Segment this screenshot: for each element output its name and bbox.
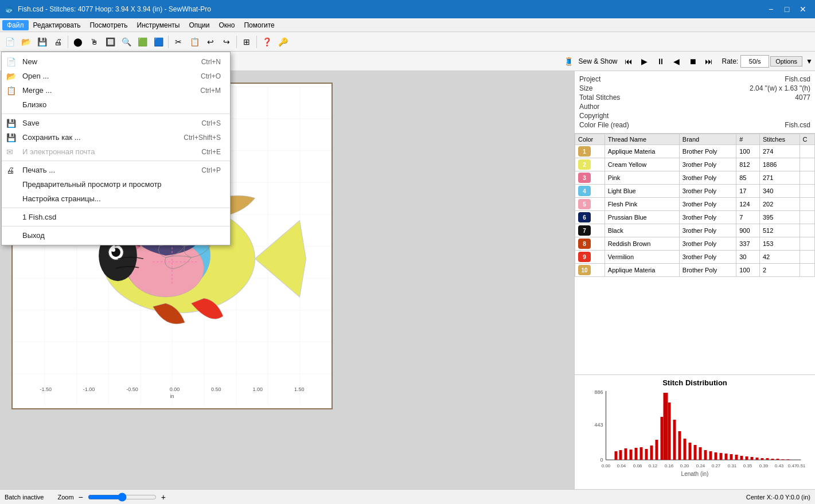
x-tick-1: -1.50 [40,386,52,392]
dd-sep-4 [2,226,230,226]
cell-color: 3 [575,171,605,185]
col-color: Color [575,134,605,145]
cell-stitches: 512 [759,224,800,237]
zoom-in-btn[interactable]: + [161,493,166,502]
minimize-button[interactable]: − [763,3,778,15]
tb-color1[interactable]: 🟩 [135,34,150,49]
tb-icon4[interactable]: ↪ [219,34,234,49]
colorfile-label: Color File (read) [579,121,629,129]
svg-text:0.04: 0.04 [617,463,626,468]
cell-color: 2 [575,158,605,171]
table-row[interactable]: 7Black3rother Poly900512 [575,224,815,237]
menu-edit[interactable]: Редактировать [29,20,85,30]
cell-color: 8 [575,237,605,251]
close-button[interactable]: ✕ [795,3,810,15]
status-bar: Batch inactive Zoom − + Center X:-0.0 Y:… [0,489,815,504]
menu-recent-1[interactable]: 1 Fish.csd [2,210,230,224]
tb-save[interactable]: 💾 [34,34,49,49]
maximize-button[interactable]: □ [779,3,794,15]
thread-table-wrapper[interactable]: Color Thread Name Brand # Stitches C 1Ap… [575,134,815,374]
cell-name: Reddish Brown [605,237,679,251]
tb-open[interactable]: 📂 [18,34,33,49]
play-btn[interactable]: ▶ [637,54,652,69]
play-end[interactable]: ⏭ [701,54,716,69]
cell-brand: 3rother Poly [679,171,736,185]
menu-page-setup[interactable]: Настройка страницы... [2,192,230,206]
svg-rect-26 [656,440,658,460]
stop-btn[interactable]: ⏹ [685,54,700,69]
table-row[interactable]: 9Vermilion3rother Poly3042 [575,251,815,264]
tb-zoom-fit[interactable]: 🔲 [103,34,118,49]
play-start[interactable]: ⏮ [621,54,636,69]
cell-color: 5 [575,198,605,211]
menu-print[interactable]: 🖨 Печать ... Ctrl+P [2,163,230,177]
zoom-label: Zoom [57,494,73,501]
rate-input[interactable] [740,55,769,68]
tb-print[interactable]: 🖨 [50,34,65,49]
rewind-btn[interactable]: ◀ [669,54,684,69]
cell-stitches: 271 [759,171,800,185]
pause-btn[interactable]: ⏸ [653,54,668,69]
tb-help[interactable]: ❓ [259,34,274,49]
tb-icon1[interactable]: ✂ [171,34,186,49]
zoom-slider[interactable] [88,493,157,502]
cell-brand: 3rother Poly [679,224,736,237]
svg-rect-44 [751,457,754,460]
menu-open[interactable]: 📂 Open ... Ctrl+O [2,69,230,83]
table-row[interactable]: 8Reddish Brown3rother Poly337153 [575,237,815,251]
menu-blizko[interactable]: Близко [2,97,230,112]
tb-icon3[interactable]: ↩ [203,34,218,49]
svg-rect-48 [771,459,774,460]
toolbar-separator-2 [168,36,169,48]
cell-brand: 3rother Poly [679,185,736,198]
menu-merge[interactable]: 📋 Merge ... Ctrl+M [2,83,230,97]
cell-c [800,171,814,185]
tb-icon2[interactable]: 📋 [187,34,202,49]
cell-code: 100 [736,264,760,277]
cell-brand: 3rother Poly [679,211,736,224]
coordinates-display: Center X:-0.0 Y:0.0 (in) [746,494,810,501]
menu-window[interactable]: Окно [215,20,240,30]
table-row[interactable]: 6Prussian Blue3rother Poly7395 [575,211,815,224]
table-row[interactable]: 1Applique MateriaBrother Poly100274 [575,145,815,158]
zoom-out-btn[interactable]: − [79,493,83,502]
table-row[interactable]: 10Applique MateriaBrother Poly1002 [575,264,815,277]
cell-stitches: 1886 [759,158,800,171]
menu-save[interactable]: 💾 Save Ctrl+S [2,116,230,130]
toolbar-separator-1 [68,36,68,48]
tb-cursor[interactable]: 🔑 [275,34,290,49]
tb-color2[interactable]: 🟦 [151,34,166,49]
table-row[interactable]: 4Light Blue3rother Poly17340 [575,185,815,198]
menu-options[interactable]: Опции [184,20,214,30]
svg-text:0.20: 0.20 [680,463,689,468]
tb-zoom-in[interactable]: 🔍 [119,34,134,49]
project-label: Project [579,75,600,83]
table-row[interactable]: 2Cream Yellow3rother Poly8121886 [575,158,815,171]
new-label: New [22,57,37,66]
menu-exit[interactable]: Выход [2,228,230,243]
sew-show-icon[interactable]: 🧵 [561,54,576,69]
options-button[interactable]: Options [770,56,802,67]
menu-preview[interactable]: Предварительный просмотр и просмотр [2,177,230,192]
menu-save-as[interactable]: 💾 Сохранить как ... Ctrl+Shift+S [2,130,230,144]
menu-help[interactable]: Помогите [239,20,279,30]
tb-run[interactable]: ⬤ [71,34,85,49]
x-tick-4: 0.00 [170,386,180,392]
col-thread-name: Thread Name [605,134,679,145]
menu-file[interactable]: Файл [2,20,29,30]
table-row[interactable]: 3Pink3rother Poly85271 [575,171,815,185]
svg-rect-22 [635,448,638,460]
rate-box: Rate: [722,55,770,68]
tb-hoop[interactable]: ⊞ [239,34,254,49]
svg-rect-20 [625,448,627,460]
tb-new[interactable]: 📄 [2,34,17,49]
preview-label: Предварительный просмотр и просмотр [22,180,162,189]
menu-view[interactable]: Посмотреть [85,20,132,30]
tb-select[interactable]: 🖱 [87,34,102,49]
table-row[interactable]: 5Flesh Pink3rother Poly124202 [575,198,815,211]
svg-text:0.24: 0.24 [696,463,705,468]
svg-rect-32 [689,443,692,460]
menu-new[interactable]: 📄 New Ctrl+N [2,54,230,69]
menu-tools[interactable]: Инструменты [132,20,185,30]
info-project-row: Project Fish.csd [579,75,810,84]
